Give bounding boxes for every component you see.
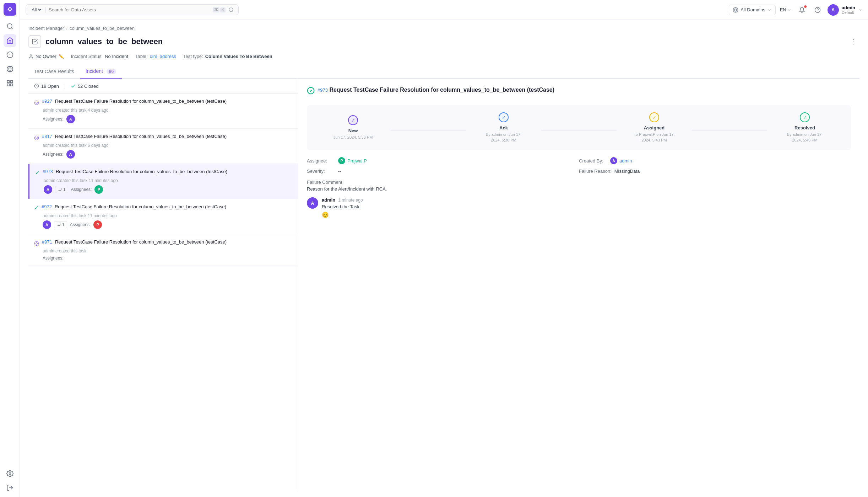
user-name: admin (842, 5, 855, 10)
assignee-name[interactable]: Prajwal.P (347, 158, 367, 164)
user-info: admin Default (842, 5, 855, 15)
incident-title-row: ◎ #817 Request TestCase Failure Resoluti… (34, 134, 292, 141)
detail-assignee: Assignee: P Prajwal.P (307, 157, 579, 164)
assignee-pill: P Prajwal.P (338, 157, 367, 164)
lang-label: EN (780, 7, 786, 12)
reaction-emoji[interactable]: 😊 (322, 212, 851, 218)
right-panel: #973 Request TestCase Failure Resolution… (298, 79, 859, 491)
user-avatar: A (828, 4, 839, 16)
filter-closed[interactable]: 52 Closed (71, 84, 99, 89)
incident-number: #817 (42, 134, 52, 139)
edit-owner-icon[interactable]: ✏️ (59, 54, 64, 59)
incident-footer: Assignees: A (43, 115, 292, 123)
detail-incident-text: Request TestCase Failure Resolution for … (329, 87, 554, 93)
sidebar-item-logout[interactable] (4, 481, 16, 494)
help-button[interactable] (812, 4, 823, 16)
svg-point-2 (7, 24, 12, 28)
topbar: All ⌘ K All (20, 0, 868, 20)
assignees-label: Assignees: (43, 117, 64, 122)
incident-text: Request TestCase Failure Resolution for … (55, 134, 227, 139)
assignees-label: Assignees: (43, 152, 64, 157)
sidebar-bottom (4, 467, 16, 494)
assignee-avatar-admin: A (43, 220, 51, 229)
svg-rect-12 (7, 84, 9, 86)
incident-footer: A 1 Assignees: P (44, 185, 292, 194)
breadcrumb-parent[interactable]: Incident Manager (28, 26, 64, 31)
incident-title-row: ◎ #927 Request TestCase Failure Resoluti… (34, 98, 292, 106)
resolved-check-icon (307, 87, 315, 95)
comment-text: Resolved the Task. (322, 204, 851, 209)
failure-comment-section: Failure Comment: Reason for the Alert/In… (307, 180, 851, 192)
user-menu-button[interactable]: A admin Default (828, 4, 862, 16)
svg-point-13 (9, 473, 11, 475)
meta-owner: No Owner ✏️ (28, 54, 64, 59)
page-icon (28, 35, 41, 48)
sidebar (0, 0, 20, 497)
search-icon (228, 7, 234, 13)
comment-icon (56, 223, 61, 227)
search-bar[interactable]: All ⌘ K (26, 4, 239, 15)
sidebar-item-governance[interactable] (4, 77, 16, 90)
help-icon (814, 7, 821, 13)
incident-item[interactable]: ◎ #927 Request TestCase Failure Resoluti… (28, 93, 298, 129)
svg-rect-11 (10, 84, 12, 86)
page-header: column_values_to_be_between ⋮ (28, 35, 859, 48)
incident-item[interactable]: ◎ #817 Request TestCase Failure Resoluti… (28, 129, 298, 164)
incident-text: Request TestCase Failure Resolution for … (55, 239, 227, 245)
svg-rect-10 (10, 81, 12, 83)
tabs-bar: Test Case Results Incident 86 (28, 65, 859, 79)
filter-bar: 18 Open 52 Closed (28, 79, 298, 93)
comment-header: admin 1 minute ago (322, 197, 851, 203)
closed-count: 52 Closed (78, 84, 99, 89)
chevron-down-icon (858, 8, 862, 12)
notifications-button[interactable] (796, 4, 808, 16)
incident-text: Request TestCase Failure Resolution for … (55, 204, 226, 209)
breadcrumb-current: column_values_to_be_between (70, 26, 135, 31)
comment-author: admin (322, 197, 335, 203)
more-options-button[interactable]: ⋮ (848, 36, 859, 47)
table-label: Table: (135, 54, 148, 59)
incident-status-icon: ✓ (35, 169, 40, 176)
sidebar-item-insights[interactable] (4, 48, 16, 61)
sidebar-item-discover[interactable] (4, 34, 16, 47)
clock-icon (34, 84, 39, 89)
incident-status-icon: ◎ (34, 134, 39, 141)
detail-grid: Assignee: P Prajwal.P Created By: A (307, 157, 851, 174)
search-input[interactable] (49, 7, 210, 12)
table-value[interactable]: dim_address (150, 54, 176, 59)
search-filter-select[interactable]: All (30, 7, 43, 13)
created-by-name[interactable]: admin (619, 158, 632, 164)
incident-meta: admin created this task 4 days ago (43, 108, 292, 113)
user-icon (28, 54, 33, 59)
incident-item[interactable]: ◎ #971 Request TestCase Failure Resoluti… (28, 234, 298, 266)
incident-item-selected[interactable]: ✓ #973 Request TestCase Failure Resoluti… (28, 164, 298, 199)
language-selector[interactable]: EN (780, 7, 792, 12)
domain-selector[interactable]: All Domains (729, 5, 775, 15)
incident-title-row: ✓ #972 Request TestCase Failure Resoluti… (34, 204, 292, 211)
timeline-steps: ✓ New Jun 17, 2024, 5:36 PM ✓ Ack By adm… (315, 112, 842, 143)
page-title: column_values_to_be_between (45, 37, 844, 46)
timeline-icon-assigned: ✓ (649, 112, 659, 122)
owner-value: No Owner (36, 54, 56, 59)
incident-footer: A 1 Assignees: P (43, 220, 292, 229)
timeline-label-new: New (348, 128, 358, 133)
assignee-avatar-small: P (338, 157, 345, 164)
topbar-right: All Domains EN (729, 4, 862, 16)
incident-number: #972 (42, 204, 52, 209)
timeline-connector (391, 130, 466, 130)
incident-meta: admin created this task (43, 248, 292, 253)
tab-test-case-results[interactable]: Test Case Results (28, 65, 80, 79)
filter-open[interactable]: 18 Open (34, 84, 59, 89)
assignees-label: Assignees: (71, 187, 92, 192)
sidebar-item-explore[interactable] (4, 20, 16, 33)
timeline-connector (692, 130, 767, 130)
sidebar-item-settings[interactable] (4, 467, 16, 480)
incident-meta: admin created this task 11 minutes ago (44, 178, 292, 183)
logo[interactable] (4, 3, 16, 16)
left-panel: 18 Open 52 Closed (28, 79, 298, 491)
timeline-label-assigned: Assigned (644, 125, 665, 130)
tab-incident[interactable]: Incident 86 (80, 65, 122, 79)
sidebar-item-domains[interactable] (4, 63, 16, 75)
incident-item[interactable]: ✓ #972 Request TestCase Failure Resoluti… (28, 199, 298, 234)
timeline-sublabel-new: Jun 17, 2024, 5:36 PM (333, 135, 373, 140)
